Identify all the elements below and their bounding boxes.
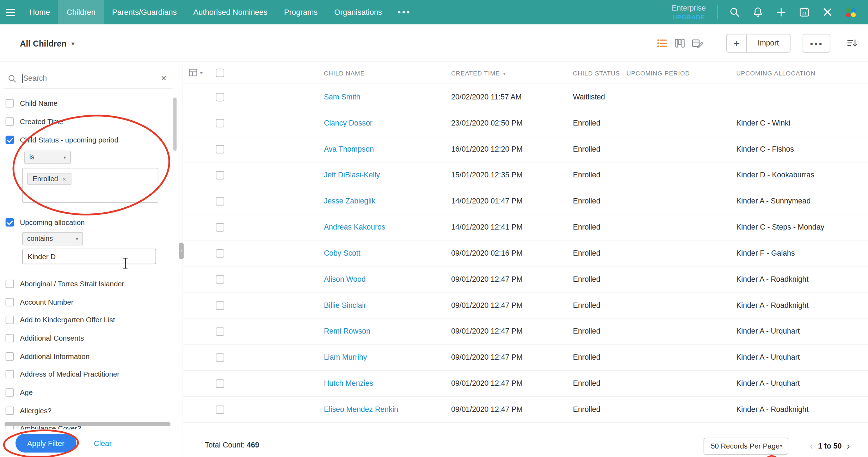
table-row[interactable]: Andreas Kakouros14/01/2020 12:41 PMEnrol… — [183, 214, 868, 240]
column-header-upcoming-allocation[interactable]: UPCOMING ALLOCATION — [736, 69, 815, 76]
row-checkbox[interactable] — [216, 223, 224, 232]
nav-item-children[interactable]: Children — [58, 0, 104, 24]
filter-field-child-name[interactable]: Child Name — [0, 94, 173, 112]
list-view-icon[interactable] — [653, 34, 671, 52]
records-per-page-dropdown[interactable]: 50 Records Per Page ▾ — [703, 438, 788, 455]
table-row[interactable]: Hutch Menzies09/01/2020 12:47 PMEnrolled… — [183, 371, 868, 397]
search-icon[interactable] — [723, 0, 746, 24]
calendar-view-icon[interactable] — [689, 34, 706, 52]
allocation-value-input[interactable]: Kinder D — [22, 249, 156, 264]
collapse-panel-handle[interactable]: ‹ — [179, 243, 184, 259]
child-name-link[interactable]: Jett DiBlasi-Kelly — [324, 171, 380, 179]
column-header-child-status-upcoming-period[interactable]: CHILD STATUS - UPCOMING PERIOD — [573, 69, 690, 76]
filter-field-created-time[interactable]: Created Time — [0, 112, 173, 131]
filter-field-allergies[interactable]: Allergies? — [0, 402, 173, 420]
previous-page-icon[interactable]: ‹ — [810, 441, 813, 452]
filter-field-child-status-upcoming-period[interactable]: Child Status - upcoming period — [0, 131, 173, 149]
child-name-link[interactable]: Alison Wood — [324, 275, 366, 284]
nav-item-authorised-nominees[interactable]: Authorised Nominees — [185, 0, 276, 24]
checkbox-icon[interactable] — [6, 334, 14, 342]
checkbox-icon[interactable] — [6, 407, 14, 415]
table-row[interactable]: Billie Sinclair09/01/2020 12:47 PMEnroll… — [183, 292, 868, 318]
child-name-link[interactable]: Coby Scott — [324, 249, 361, 257]
sort-icon[interactable] — [844, 35, 860, 51]
close-icon[interactable]: ✕ — [161, 74, 167, 83]
filter-field-aboriginal-torres-strait-islander[interactable]: Aboriginal / Torres Strait Islander — [0, 275, 173, 293]
filter-field-additional-consents[interactable]: Additional Consents — [0, 329, 173, 347]
table-row[interactable]: Clancy Dossor23/01/2020 02:50 PMEnrolled… — [183, 110, 868, 136]
filter-search-input[interactable]: Search ✕ — [5, 69, 172, 89]
import-button[interactable]: Import — [747, 34, 790, 52]
remove-tag-icon[interactable]: × — [62, 176, 66, 182]
tools-setup-icon[interactable] — [816, 0, 839, 24]
horizontal-scrollbar[interactable] — [5, 422, 171, 426]
nav-more-button[interactable]: ●●● — [390, 0, 418, 24]
child-name-link[interactable]: Clancy Dossor — [324, 119, 373, 127]
row-checkbox[interactable] — [216, 275, 224, 284]
table-row[interactable]: Remi Rowson09/01/2020 12:47 PMEnrolledKi… — [183, 318, 868, 345]
row-checkbox[interactable] — [216, 197, 224, 206]
notifications-bell-icon[interactable] — [746, 0, 769, 24]
filter-field-account-number[interactable]: Account Number — [0, 293, 173, 311]
view-selector-dropdown[interactable]: All Children ▾ — [20, 24, 74, 62]
checkbox-icon[interactable] — [6, 352, 14, 360]
vertical-scrollbar[interactable] — [173, 97, 177, 151]
apply-filter-button[interactable]: Apply Filter — [16, 434, 76, 452]
hamburger-menu-icon[interactable] — [0, 0, 21, 24]
filter-field-age[interactable]: Age — [0, 383, 173, 401]
row-checkbox[interactable] — [216, 249, 224, 258]
child-name-link[interactable]: Sam Smith — [324, 93, 361, 101]
child-name-link[interactable]: Liam Murrihy — [324, 353, 367, 361]
row-checkbox[interactable] — [216, 353, 224, 362]
child-name-link[interactable]: Jesse Zabieglik — [324, 197, 375, 205]
row-checkbox[interactable] — [216, 93, 224, 102]
add-plus-icon[interactable] — [769, 0, 793, 24]
table-row[interactable]: Coby Scott09/01/2020 02:16 PMEnrolledKin… — [183, 240, 868, 267]
filter-field-address-of-medical-practitioner[interactable]: Address of Medical Practitioner — [0, 365, 173, 383]
table-row[interactable]: Alison Wood09/01/2020 12:47 PMEnrolledKi… — [183, 267, 868, 293]
nav-item-parents-guardians[interactable]: Parents/Guardians — [104, 0, 185, 24]
row-checkbox[interactable] — [216, 327, 224, 336]
checkbox-checked-icon[interactable] — [6, 136, 14, 144]
row-checkbox[interactable] — [216, 171, 224, 179]
child-name-link[interactable]: Eliseo Mendez Renkin — [324, 405, 398, 414]
child-name-link[interactable]: Ava Thompson — [324, 145, 374, 153]
checkbox-icon[interactable] — [6, 388, 14, 397]
child-name-link[interactable]: Hutch Menzies — [324, 379, 373, 388]
app-logo-icon[interactable] — [839, 0, 862, 24]
clear-filter-link[interactable]: Clear — [94, 439, 112, 447]
filter-field-additional-information[interactable]: Additional Information — [0, 347, 173, 365]
table-row[interactable]: Liam Murrihy09/01/2020 12:47 PMEnrolledK… — [183, 345, 868, 371]
table-row[interactable]: Jesse Zabieglik14/01/2020 01:47 PMEnroll… — [183, 188, 868, 214]
child-name-link[interactable]: Andreas Kakouros — [324, 223, 385, 231]
child-name-link[interactable]: Remi Rowson — [324, 327, 370, 336]
nav-item-home[interactable]: Home — [21, 0, 59, 24]
checkbox-icon[interactable] — [6, 370, 14, 379]
next-page-icon[interactable]: › — [847, 441, 850, 452]
row-checkbox[interactable] — [216, 119, 224, 128]
row-checkbox[interactable] — [216, 301, 224, 310]
calendar-icon[interactable]: 31 — [793, 0, 816, 24]
table-row[interactable]: Jett DiBlasi-Kelly15/01/2020 12:35 PMEnr… — [183, 162, 868, 188]
filter-field-upcoming-allocation[interactable]: Upcoming allocation — [0, 213, 173, 232]
child-name-link[interactable]: Billie Sinclair — [324, 301, 366, 310]
row-checkbox[interactable] — [216, 379, 224, 388]
status-operator-select[interactable]: is ▾ — [24, 151, 71, 164]
select-all-checkbox[interactable] — [216, 69, 224, 77]
nav-item-programs[interactable]: Programs — [276, 0, 326, 24]
table-settings-icon[interactable] — [189, 68, 204, 80]
table-row[interactable]: Eliseo Mendez Renkin09/01/2020 12:47 PME… — [183, 397, 868, 423]
allocation-operator-select[interactable]: contains ▾ — [22, 232, 83, 245]
column-header-child-name[interactable]: CHILD NAME — [324, 69, 365, 76]
checkbox-icon[interactable] — [6, 117, 14, 126]
checkbox-checked-icon[interactable] — [6, 218, 14, 227]
checkbox-icon[interactable] — [6, 316, 14, 324]
checkbox-icon[interactable] — [6, 298, 14, 306]
column-header-created-time[interactable]: CREATED TIME▾ — [451, 69, 506, 76]
checkbox-icon[interactable] — [6, 280, 14, 288]
table-row[interactable]: Sam Smith20/02/2020 11:57 AMWaitlisted — [183, 84, 868, 110]
more-actions-button[interactable]: ●●● — [803, 34, 831, 53]
add-record-button[interactable]: + — [727, 34, 747, 52]
nav-item-organisations[interactable]: Organisations — [326, 0, 390, 24]
filter-field-add-to-kindergarten-offer-list[interactable]: Add to Kindergarten Offer List — [0, 311, 173, 329]
